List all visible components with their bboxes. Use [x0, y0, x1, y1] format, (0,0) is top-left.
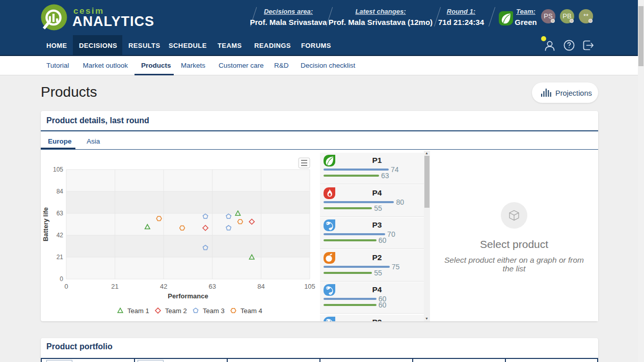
svg-text:84: 84	[57, 188, 64, 195]
svg-text:Team 2: Team 2	[165, 307, 187, 315]
svg-text:21: 21	[57, 254, 64, 261]
svg-text:Battery life: Battery life	[42, 207, 49, 241]
svg-text:Team 3: Team 3	[203, 307, 225, 315]
svg-text:Team 4: Team 4	[240, 307, 262, 315]
svg-text:0: 0	[64, 283, 68, 290]
svg-text:Performance: Performance	[168, 292, 208, 300]
svg-text:105: 105	[53, 166, 63, 173]
svg-text:63: 63	[57, 210, 64, 217]
svg-text:42: 42	[57, 232, 64, 239]
svg-text:105: 105	[304, 283, 315, 290]
svg-text:21: 21	[111, 283, 118, 290]
svg-text:84: 84	[257, 283, 264, 290]
svg-text:42: 42	[160, 283, 167, 290]
svg-text:63: 63	[209, 283, 216, 290]
svg-text:0: 0	[60, 275, 63, 283]
svg-text:Team 1: Team 1	[127, 307, 149, 315]
